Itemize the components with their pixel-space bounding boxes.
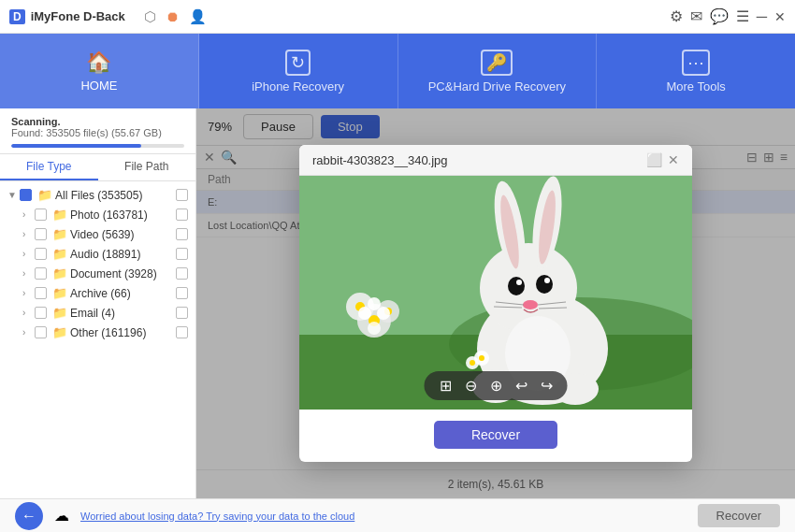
tab-pc-recovery[interactable]: 🔑 PC&Hard Drive Recovery	[398, 34, 598, 108]
rotate-left-button[interactable]: ↩	[513, 377, 529, 395]
titlebar-nav: ⬡ ⏺ 👤	[144, 8, 207, 25]
modal-body: ⊞ ⊖ ⊕ ↩ ↪ Recover	[299, 176, 692, 462]
checkbox-right-photo[interactable]	[176, 208, 188, 221]
checkbox-right-all[interactable]	[176, 189, 188, 201]
tree-label-email: Email (4)	[70, 307, 173, 320]
modal-recover-button[interactable]: Recover	[434, 421, 557, 449]
tree-item-photo[interactable]: › 📁 Photo (163781)	[0, 205, 195, 224]
tree-item-archive[interactable]: › 📁 Archive (66)	[0, 283, 195, 303]
checkbox-right-document[interactable]	[176, 267, 188, 280]
checkbox-right-video[interactable]	[176, 228, 188, 240]
folder-icon-video: 📁	[52, 227, 67, 241]
iphone-icon: ↻	[285, 50, 311, 76]
home-icon: 🏠	[86, 50, 111, 75]
svg-point-20	[536, 275, 553, 294]
back-button[interactable]: ←	[15, 502, 43, 530]
checkbox-right-other[interactable]	[176, 326, 188, 338]
tree-label-archive: Archive (66)	[70, 287, 173, 300]
svg-point-19	[508, 277, 525, 295]
modal-close-icon[interactable]: ✕	[668, 152, 679, 167]
tree-item-email[interactable]: › 📁 Email (4)	[0, 303, 195, 323]
checkbox-right-email[interactable]	[176, 307, 188, 319]
file-tree: ▼ 📁 All Files (353505) › 📁 Photo (163781…	[0, 181, 195, 346]
chevron-icon-audio: ›	[22, 249, 32, 259]
svg-point-22	[544, 278, 550, 283]
tree-item-all-files[interactable]: ▼ 📁 All Files (353505)	[0, 185, 195, 205]
svg-point-21	[516, 280, 522, 285]
user-icon[interactable]: 👤	[189, 8, 207, 25]
tab-more-tools[interactable]: ⋯ More Tools	[597, 34, 795, 108]
checkbox-archive[interactable]	[35, 287, 47, 299]
tab-iphone-label: iPhone Recovery	[252, 79, 344, 93]
tree-label-photo: Photo (163781)	[70, 208, 173, 222]
tree-item-document[interactable]: › 📁 Document (3928)	[0, 264, 195, 283]
tree-item-video[interactable]: › 📁 Video (5639)	[0, 224, 195, 244]
menu-icon[interactable]: ☰	[736, 7, 749, 25]
folder-icon-email: 📁	[52, 306, 67, 320]
checkbox-email[interactable]	[35, 307, 47, 319]
tree-label-all-files: All Files (353505)	[55, 189, 173, 202]
chevron-icon-video: ›	[22, 229, 32, 239]
minimize-icon[interactable]: ─	[757, 8, 767, 25]
folder-icon-photo: 📁	[52, 208, 67, 222]
pc-icon: 🔑	[481, 50, 513, 76]
app-logo: D iMyFone D-Back	[9, 9, 125, 24]
checkbox-audio[interactable]	[35, 248, 47, 260]
share-icon[interactable]: ⬡	[144, 8, 156, 25]
sidebar-tabs: File Type File Path	[0, 153, 195, 181]
mail-icon[interactable]: ✉	[690, 7, 702, 25]
restore-icon[interactable]: ⬜	[646, 152, 662, 167]
modal-header-buttons: ⬜ ✕	[646, 152, 679, 167]
tab-tools-label: More Tools	[666, 79, 725, 93]
tree-item-audio[interactable]: › 📁 Audio (18891)	[0, 244, 195, 264]
sidebar-tab-filepath[interactable]: File Path	[98, 154, 196, 180]
sidebar-tab-filetype[interactable]: File Type	[0, 154, 98, 180]
rotate-right-button[interactable]: ↪	[539, 377, 555, 395]
cloud-link[interactable]: Worried about losing data? Try saving yo…	[80, 510, 354, 522]
chevron-icon-email: ›	[22, 308, 32, 318]
svg-point-9	[377, 307, 390, 320]
record-icon[interactable]: ⏺	[166, 8, 180, 24]
checkbox-video[interactable]	[35, 228, 47, 240]
recover-button-bottom[interactable]: Recover	[698, 504, 780, 527]
title-bar: D iMyFone D-Back ⬡ ⏺ 👤 ⚙ ✉ 💬 ☰ ─ ✕	[0, 0, 795, 34]
image-controls: ⊞ ⊖ ⊕ ↩ ↪	[425, 371, 568, 400]
folder-icon-other: 📁	[52, 325, 67, 339]
checkbox-document[interactable]	[35, 267, 47, 280]
checkbox-right-audio[interactable]	[176, 248, 188, 260]
folder-icon-archive: 📁	[52, 286, 67, 300]
checkbox-other[interactable]	[35, 326, 47, 338]
tree-item-other[interactable]: › 📁 Other (161196)	[0, 323, 195, 342]
svg-point-8	[358, 307, 371, 320]
progress-bar-fill	[11, 144, 141, 148]
chevron-icon-photo: ›	[22, 209, 32, 220]
logo-letter: D	[9, 9, 25, 24]
chat-icon[interactable]: 💬	[710, 7, 729, 25]
checkbox-all-files[interactable]	[20, 189, 32, 201]
progress-bar-bg	[11, 144, 184, 148]
svg-point-34	[470, 360, 475, 366]
tree-label-audio: Audio (18891)	[70, 248, 173, 261]
modal-header: rabbit-4303823__340.jpg ⬜ ✕	[299, 145, 692, 176]
modal-footer: Recover	[434, 410, 557, 462]
tab-iphone-recovery[interactable]: ↻ iPhone Recovery	[199, 34, 398, 108]
close-icon[interactable]: ✕	[774, 9, 786, 24]
fit-screen-button[interactable]: ⊞	[438, 377, 454, 395]
image-preview-modal: rabbit-4303823__340.jpg ⬜ ✕	[299, 145, 692, 462]
settings-icon[interactable]: ⚙	[670, 7, 683, 25]
zoom-in-button[interactable]: ⊕	[488, 377, 504, 395]
zoom-out-button[interactable]: ⊖	[463, 377, 479, 395]
folder-icon-document: 📁	[52, 266, 67, 280]
chevron-icon-document: ›	[22, 268, 32, 279]
checkbox-photo[interactable]	[35, 208, 47, 221]
svg-point-10	[368, 297, 381, 310]
progress-bar-container	[0, 142, 195, 153]
chevron-icon: ▼	[7, 190, 17, 200]
tab-pc-label: PC&Hard Drive Recovery	[428, 79, 566, 93]
tools-icon: ⋯	[682, 50, 710, 76]
checkbox-right-archive[interactable]	[176, 287, 188, 299]
tab-home-label: HOME	[80, 79, 117, 93]
folder-icon: 📁	[37, 188, 52, 202]
tab-home[interactable]: 🏠 HOME	[0, 34, 199, 108]
svg-point-11	[368, 322, 381, 335]
